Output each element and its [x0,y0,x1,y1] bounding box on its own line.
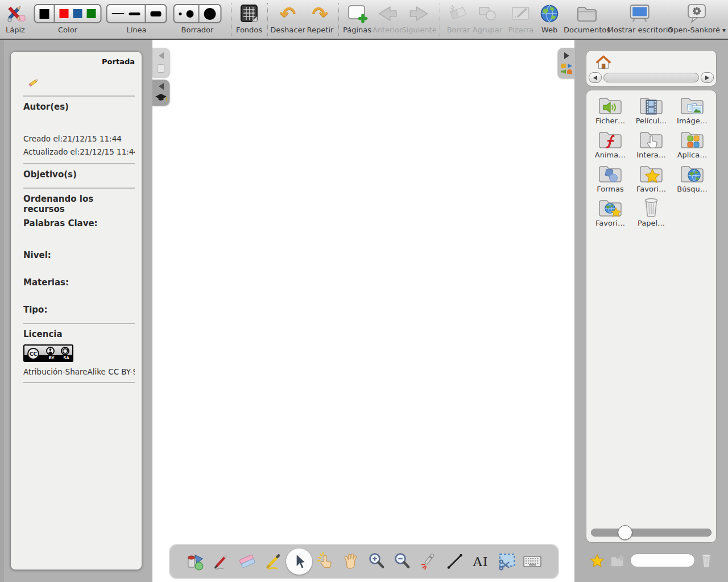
zoom-in-tool[interactable] [364,548,390,575]
library-tab-handle[interactable] [558,48,575,78]
desktop-monitor-icon [628,2,651,26]
line-icon [445,551,465,572]
eraser-small-option[interactable] [179,13,182,15]
edit-pencil-icon[interactable] [28,77,39,88]
library-item-favorites[interactable]: Favori… [631,163,672,197]
paint-bucket-icon [185,551,206,572]
library-item-audios[interactable]: Ficher… [590,95,631,129]
library-item-label: Anima… [590,150,631,160]
pan-tool[interactable] [338,548,364,575]
library-search-input[interactable] [630,554,695,567]
color-swatch-blue[interactable] [73,9,82,18]
library-home-button[interactable] [594,53,613,72]
app-menu-button[interactable]: Open-Sankoré▾ [668,2,726,35]
color-swatch-green[interactable] [87,9,96,18]
document-cover-panel: Portada Autor(es) Creado el:21/12/15 11:… [10,51,142,570]
zoom-out-tool[interactable] [390,548,416,575]
library-item-label: Búsqu… [672,184,713,194]
cc-attribution-icon [46,347,55,355]
laser-pointer-tool[interactable] [416,548,442,575]
color-label: Color [58,26,77,35]
library-item-images[interactable]: Imáge… [672,95,713,129]
page-navigator-tab-handle[interactable] [152,48,169,77]
library-item-animations[interactable]: Anima… [590,129,631,163]
web-globe-icon [539,2,560,26]
eraser-large-option[interactable] [204,8,216,20]
clear-page-button[interactable]: Borrar [447,2,470,35]
toolbar-separator [440,3,440,36]
library-item-web-favorites[interactable]: Favori… [590,197,631,231]
zoom-in-icon [367,551,387,572]
pen-draw-tool[interactable] [209,548,235,575]
main-toolbar: Lápiz Color Línea [0,0,728,40]
interact-tool[interactable] [312,548,338,575]
library-zoom-slider[interactable] [591,529,712,537]
library-breadcrumb-scrollbar[interactable] [603,73,699,82]
redo-button[interactable]: ↷ Repetir [307,2,334,35]
selector-tool[interactable] [286,548,312,575]
board-button[interactable]: Pizarra [508,2,533,35]
library-item-applications[interactable]: Aplica… [672,129,713,163]
license-heading: Licencia [23,329,135,339]
library-item-movies[interactable]: Películ… [631,95,672,129]
arrow-cursor-icon [289,551,309,572]
capture-tool[interactable] [494,548,520,575]
library-item-shapes[interactable]: Formas [590,163,631,197]
eraser-size-selector: Borrador [173,2,222,35]
app-menu-label: Open-Sankoré [668,26,720,34]
marker-tool[interactable] [260,548,287,575]
previous-page-button[interactable]: Anterior [373,2,402,35]
undo-icon: ↶ [280,2,296,25]
backgrounds-button[interactable]: Fondos [236,2,262,35]
color-swatch-red[interactable] [60,9,69,18]
board-label: Pizarra [508,26,533,35]
eraser-tool[interactable] [234,548,260,575]
line-thin-option[interactable] [112,13,125,14]
line-tool[interactable] [442,548,468,575]
window-edge-shade [0,40,4,582]
new-folder-button[interactable] [610,554,624,567]
toolbar-separator [338,3,339,36]
keyboard-icon [522,551,543,572]
library-item-interactivities[interactable]: Intera… [631,129,672,163]
delete-trash-button[interactable] [701,554,712,568]
library-item-web-search[interactable]: Búsqu… [672,163,713,197]
library-item-trash[interactable]: Papel… [631,197,672,231]
web-button[interactable]: Web [539,2,560,35]
pages-button[interactable]: Páginas [343,2,371,35]
resources-heading: Ordenando los recursos [23,194,135,214]
redo-label: Repetir [307,26,334,35]
add-favorite-star-button[interactable] [590,554,604,567]
color-fill-tool[interactable] [183,548,209,575]
show-desktop-button[interactable]: Mostrar escritorio [607,2,673,35]
line-thick-option[interactable] [151,11,162,16]
scroll-left-button[interactable] [589,72,602,83]
text-tool[interactable]: AI [468,548,494,575]
cc-by-sa-badge: CC BY SA [23,344,73,362]
clear-label: Borrar [447,26,470,35]
teacher-guide-tab-handle[interactable] [152,80,169,106]
library-zoom-slider-thumb[interactable] [618,525,632,540]
eraser-medium-option[interactable] [187,10,194,18]
clear-eraser-icon [448,2,469,26]
home-icon [594,53,613,72]
color-swatch-black[interactable] [40,9,49,19]
line-medium-option[interactable] [129,13,140,15]
eraser-options-box [173,4,222,23]
virtual-keyboard-tool[interactable] [520,548,546,575]
scroll-right-button[interactable] [701,72,714,83]
triangle-right-icon [705,76,709,80]
group-shapes-icon [477,2,498,26]
page-thumbnail-icon [158,64,164,73]
pen-tool-button[interactable]: Lápiz [3,2,28,35]
toolbar-separator [231,3,231,36]
chevron-down-icon: ▾ [722,26,726,34]
group-items-button[interactable]: Agrupar [473,2,502,35]
library-item-label: Favori… [590,218,631,228]
mini-speaker-icon [561,69,566,74]
next-page-button[interactable]: Siguiente [402,2,436,35]
undo-button[interactable]: ↶ Deshacer [270,2,305,35]
whiteboard-canvas[interactable] [152,40,574,582]
created-date: Creado el:21/12/15 11:44 [23,132,135,146]
documents-button[interactable]: Documentos [564,2,610,35]
